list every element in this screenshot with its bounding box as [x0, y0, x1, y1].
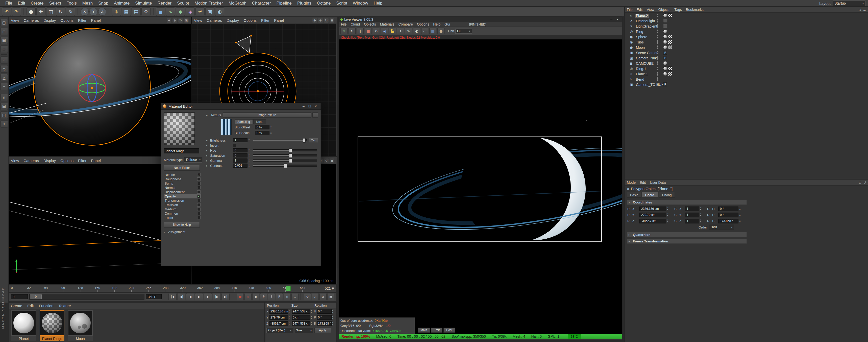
- polygons-mode-icon[interactable]: △: [0, 74, 8, 81]
- lv-menu-materials[interactable]: Materials: [380, 22, 395, 26]
- channel-checkbox[interactable]: ✓: [197, 195, 200, 198]
- protection-tag-icon[interactable]: P: [663, 56, 667, 60]
- object-name[interactable]: Ring: [635, 30, 644, 34]
- slider-handle[interactable]: [289, 153, 292, 158]
- spinner[interactable]: [289, 315, 291, 319]
- param-slider[interactable]: [253, 149, 317, 151]
- viewport-menu-view[interactable]: View: [11, 159, 19, 163]
- om-menu-edit[interactable]: Edit: [637, 7, 643, 11]
- next-key-button[interactable]: |▶: [213, 293, 221, 300]
- param-value-field[interactable]: 1: [233, 159, 248, 163]
- redo-icon[interactable]: ↷: [12, 7, 21, 16]
- texture-tag-icon[interactable]: [668, 13, 672, 18]
- menu-render[interactable]: Render: [155, 1, 174, 6]
- visibility-dots[interactable]: [657, 46, 658, 49]
- lv-minimize-button[interactable]: –: [609, 17, 615, 22]
- channel-bump[interactable]: Bump: [164, 181, 201, 186]
- viewport-menu-view[interactable]: View: [194, 18, 202, 23]
- parameter-key-button[interactable]: ◇: [284, 293, 291, 300]
- menu-character[interactable]: Character: [249, 1, 274, 6]
- visibility-dots[interactable]: [657, 77, 658, 81]
- close-button[interactable]: ×: [313, 104, 319, 109]
- minimize-button[interactable]: –: [301, 104, 307, 109]
- param-checkbox[interactable]: [233, 144, 236, 147]
- om-menu-objects[interactable]: Objects: [658, 7, 670, 11]
- channel-common[interactable]: Common: [164, 211, 201, 216]
- phong-tag-icon[interactable]: [663, 29, 667, 33]
- frame-rate-button[interactable]: ⊘: [319, 293, 327, 300]
- film-settings-icon[interactable]: ▦: [429, 28, 436, 34]
- material-menu-create[interactable]: Create: [11, 304, 22, 308]
- om-menu-bookmarks[interactable]: Bookmarks: [686, 7, 704, 11]
- reset-camera-icon[interactable]: ↺: [373, 28, 380, 34]
- zoom-view-icon[interactable]: ⊕: [318, 18, 323, 23]
- visibility-dots[interactable]: [657, 72, 658, 76]
- p-value-field[interactable]: -3862.7 cm: [640, 219, 666, 224]
- object-row-scene-camera[interactable]: ▣Scene CameraP: [625, 50, 868, 55]
- lv-close-button[interactable]: ×: [615, 17, 620, 22]
- spinner[interactable]: [248, 159, 251, 163]
- size-field[interactable]: 9474.533 cm: [292, 309, 310, 314]
- spinner[interactable]: [700, 219, 703, 223]
- object-name[interactable]: CAMCUBE: [635, 61, 655, 65]
- coordinates-section-header[interactable]: ▾Coordinates: [627, 200, 747, 205]
- model-mode-icon[interactable]: ◻: [0, 28, 8, 35]
- tab-phong[interactable]: Phong: [659, 192, 675, 198]
- param-value-field[interactable]: 0.001: [233, 164, 248, 168]
- y-axis-toggle[interactable]: Y: [89, 7, 97, 16]
- material-item-moon[interactable]: Moon: [68, 310, 93, 341]
- visibility-dots[interactable]: [657, 24, 658, 28]
- menu-help[interactable]: Help: [371, 1, 385, 6]
- channel-checkbox[interactable]: [197, 207, 200, 211]
- spinner[interactable]: [700, 213, 703, 217]
- position-field[interactable]: 279.79 cm: [270, 315, 288, 320]
- goto-end-button[interactable]: ▶|: [221, 293, 229, 300]
- assignment-section[interactable]: ▸ Assignment: [164, 230, 202, 234]
- viewport-menu-panel[interactable]: Panel: [91, 18, 100, 23]
- slider-handle[interactable]: [284, 164, 287, 168]
- material-thumbnail[interactable]: [68, 310, 93, 336]
- viewport-menu-display[interactable]: Display: [43, 18, 56, 23]
- r-value-field[interactable]: 0 °: [718, 212, 739, 218]
- visibility-dots[interactable]: [657, 30, 658, 33]
- object-row-sphere[interactable]: ●Sphere: [625, 34, 868, 39]
- object-row-bend[interactable]: ∿Bend: [625, 77, 868, 82]
- channel-opacity[interactable]: Opacity✓: [164, 194, 201, 198]
- white-balance-picker-icon[interactable]: ◐: [413, 28, 420, 34]
- object-row-moon[interactable]: ●Moon: [625, 45, 868, 50]
- object-name[interactable]: Sphere: [635, 35, 648, 39]
- object-name[interactable]: Plane.2: [635, 13, 649, 18]
- points-mode-icon[interactable]: ∴: [0, 56, 8, 64]
- object-name[interactable]: Camera_Nuke: [635, 56, 660, 60]
- end-frame-field[interactable]: 350 F: [146, 294, 161, 299]
- live-viewer-titlebar[interactable]: Live Viewer 3.05.3 –×: [339, 17, 622, 22]
- rotate-view-icon[interactable]: ↻: [324, 159, 329, 163]
- spinner[interactable]: [667, 219, 670, 223]
- s-value-field[interactable]: 1: [685, 206, 699, 211]
- snap-toggle-icon[interactable]: ∩: [0, 94, 8, 101]
- menu-mograph[interactable]: MoGraph: [226, 1, 249, 6]
- visibility-dots[interactable]: [657, 56, 658, 60]
- tweak-mode-icon[interactable]: ⌖: [0, 83, 8, 90]
- viewport-filter-icon[interactable]: ◫: [0, 112, 8, 119]
- menu-snap[interactable]: Snap: [95, 1, 111, 6]
- spinner[interactable]: [740, 219, 742, 223]
- compositing-tag-icon[interactable]: [663, 24, 667, 28]
- spinner[interactable]: [740, 213, 742, 217]
- play-button[interactable]: ▶: [195, 293, 203, 300]
- coordinate-system-icon[interactable]: ⊕: [112, 7, 121, 16]
- object-row-plane-1[interactable]: ▱Plane.1: [625, 71, 868, 77]
- pla-key-button[interactable]: ∴: [291, 293, 299, 300]
- object-row-plane-2[interactable]: ▱Plane.2: [625, 13, 868, 18]
- menu-window[interactable]: Window: [350, 1, 371, 6]
- spinner[interactable]: [700, 207, 703, 211]
- menu-octane[interactable]: Octane: [314, 1, 334, 6]
- size-mode-dropdown[interactable]: Size▾: [294, 327, 313, 333]
- edges-mode-icon[interactable]: ◇: [0, 65, 8, 73]
- timeline-playhead[interactable]: [286, 286, 291, 291]
- focus-picker-icon[interactable]: ⌖: [397, 28, 404, 34]
- texture-browse-button[interactable]: …: [312, 113, 318, 117]
- last-tool-icon[interactable]: ✎: [66, 7, 75, 16]
- menu-script[interactable]: Script: [334, 1, 350, 6]
- lv-menu-help[interactable]: Help: [433, 22, 440, 26]
